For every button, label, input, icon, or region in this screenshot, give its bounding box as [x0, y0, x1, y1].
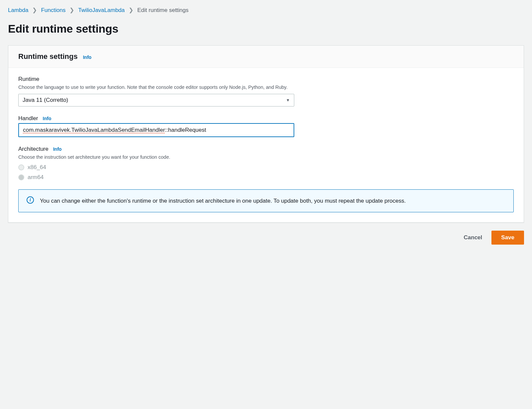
chevron-right-icon: ❯ — [32, 7, 37, 14]
architecture-option-label: x86_64 — [28, 164, 46, 171]
chevron-right-icon: ❯ — [69, 7, 74, 14]
breadcrumb: Lambda ❯ Functions ❯ TwilioJavaLambda ❯ … — [8, 7, 524, 14]
runtime-select[interactable]: Java 11 (Corretto) ▼ — [18, 94, 294, 106]
architecture-field: Architecture Info Choose the instruction… — [18, 146, 514, 180]
architecture-description: Choose the instruction set architecture … — [18, 154, 514, 160]
architecture-option-arm64: arm64 — [18, 174, 514, 181]
architecture-option-x86_64: x86_64 — [18, 164, 514, 171]
handler-value-main: com.maskaravivek.TwilioJavaLambdaSendEma… — [23, 127, 165, 133]
breadcrumb-functions[interactable]: Functions — [41, 7, 66, 14]
handler-value-suffix: ::handleRequest — [165, 127, 206, 133]
action-bar: Cancel Save — [8, 231, 524, 245]
chevron-right-icon: ❯ — [129, 7, 133, 14]
info-alert: i You can change either the function's r… — [18, 189, 514, 212]
handler-field: Handler Info com.maskaravivek.TwilioJava… — [18, 115, 514, 137]
runtime-field: Runtime Choose the language to use to wr… — [18, 76, 514, 106]
breadcrumb-current: Edit runtime settings — [137, 7, 189, 14]
handler-info-link[interactable]: Info — [43, 116, 52, 121]
architecture-option-label: arm64 — [28, 174, 44, 181]
architecture-label: Architecture — [18, 146, 49, 152]
caret-down-icon: ▼ — [286, 98, 290, 102]
runtime-settings-panel: Runtime settings Info Runtime Choose the… — [8, 45, 524, 223]
panel-title: Runtime settings — [18, 52, 77, 61]
radio-icon — [18, 164, 24, 170]
handler-label: Handler — [18, 115, 38, 122]
runtime-select-value: Java 11 (Corretto) — [23, 97, 68, 103]
page-title: Edit runtime settings — [8, 22, 524, 35]
panel-header: Runtime settings Info — [8, 46, 524, 68]
panel-info-link[interactable]: Info — [83, 55, 91, 60]
cancel-button[interactable]: Cancel — [459, 231, 487, 244]
runtime-label: Runtime — [18, 76, 39, 83]
breadcrumb-lambda[interactable]: Lambda — [8, 7, 28, 14]
architecture-info-link[interactable]: Info — [53, 146, 62, 152]
handler-input[interactable]: com.maskaravivek.TwilioJavaLambdaSendEma… — [18, 123, 294, 137]
save-button[interactable]: Save — [491, 231, 524, 245]
radio-icon — [18, 174, 24, 180]
runtime-description: Choose the language to use to write your… — [18, 84, 514, 91]
breadcrumb-function-name[interactable]: TwilioJavaLambda — [78, 7, 125, 14]
info-icon: i — [27, 196, 34, 204]
alert-text: You can change either the function's run… — [40, 196, 406, 205]
